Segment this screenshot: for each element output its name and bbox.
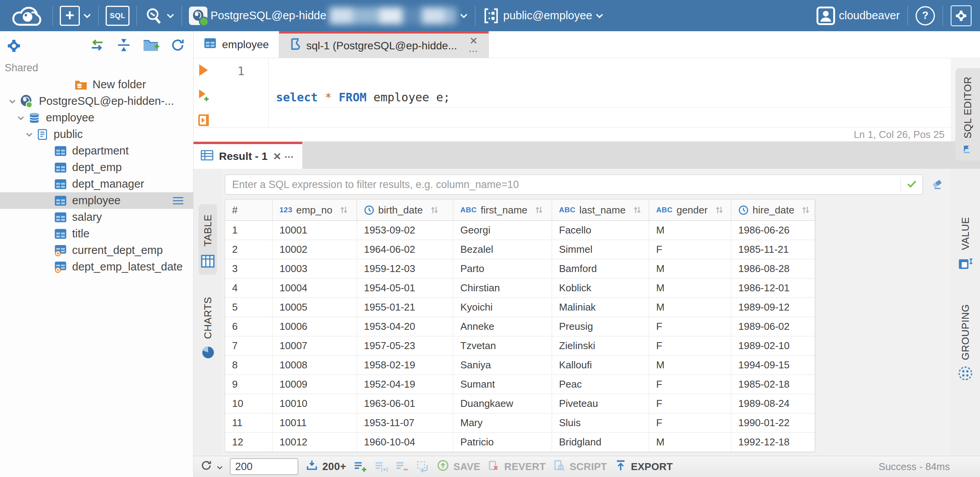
execute-new-tab-icon[interactable]: [198, 88, 209, 104]
column-header-rownum[interactable]: #: [225, 200, 273, 220]
table-cell[interactable]: 1953-09-02: [357, 221, 453, 240]
row-number-cell[interactable]: 9: [225, 375, 273, 394]
table-cell[interactable]: Parto: [453, 259, 552, 278]
tab-value[interactable]: VALUE: [956, 207, 974, 276]
table-cell[interactable]: M: [649, 298, 731, 317]
tree-item[interactable]: title: [0, 225, 193, 242]
table-cell[interactable]: M: [649, 279, 731, 297]
new-folder-icon[interactable]: [142, 38, 159, 54]
tree-item[interactable]: dept_manager: [0, 176, 193, 192]
sort-icon[interactable]: [534, 205, 544, 215]
add-row-button[interactable]: [353, 460, 367, 474]
sort-icon[interactable]: [429, 205, 440, 215]
table-cell[interactable]: 10010: [273, 394, 357, 413]
delete-row-button[interactable]: [395, 460, 409, 474]
table-cell[interactable]: 1985-02-18: [731, 375, 815, 394]
table-cell[interactable]: 1989-02-10: [731, 336, 815, 355]
tab-grouping[interactable]: GROUPING: [956, 296, 975, 387]
tree-item[interactable]: dept_emp: [0, 159, 193, 176]
table-cell[interactable]: 1963-06-01: [357, 394, 453, 413]
table-cell[interactable]: Kyoichi: [453, 298, 552, 317]
user-menu[interactable]: cloudbeaver: [816, 6, 900, 26]
tab-employee[interactable]: employee: [194, 31, 279, 58]
column-header-gender[interactable]: ABCgender: [649, 200, 731, 220]
refresh-results-button[interactable]: [200, 459, 223, 475]
table-cell[interactable]: Patricio: [453, 433, 552, 452]
table-cell[interactable]: Anneke: [453, 317, 552, 336]
schema-selector[interactable]: public@employee: [482, 7, 604, 25]
execute-script-icon[interactable]: [198, 114, 209, 128]
table-cell[interactable]: M: [649, 259, 731, 278]
table-cell[interactable]: 1960-10-04: [357, 433, 453, 452]
tab-table[interactable]: TABLE: [199, 204, 217, 275]
table-cell[interactable]: 10009: [273, 375, 357, 394]
row-number-cell[interactable]: 8: [225, 356, 273, 375]
table-cell[interactable]: Simmel: [552, 240, 649, 259]
table-cell[interactable]: 1994-09-15: [731, 356, 815, 375]
driver-tools-button[interactable]: [144, 6, 175, 25]
export-button[interactable]: EXPORT: [614, 459, 673, 475]
table-cell[interactable]: 1985-11-21: [731, 240, 815, 259]
new-sql-editor-button[interactable]: SQL: [106, 6, 130, 26]
table-cell[interactable]: Koblick: [552, 279, 649, 297]
table-cell[interactable]: Georgi: [453, 221, 552, 240]
table-cell[interactable]: Zielinski: [552, 336, 649, 355]
table-cell[interactable]: Mary: [453, 413, 552, 432]
table-cell[interactable]: 1959-12-03: [357, 259, 453, 278]
table-cell[interactable]: 1989-08-24: [731, 394, 815, 413]
table-cell[interactable]: Bezalel: [453, 240, 552, 259]
table-cell[interactable]: 10001: [273, 221, 357, 240]
table-cell[interactable]: 10005: [273, 298, 357, 317]
column-header-emp_no[interactable]: 123emp_no: [273, 200, 357, 220]
apply-changes-button[interactable]: [416, 460, 429, 474]
chevron-down-icon[interactable]: [25, 130, 34, 139]
tree-item[interactable]: New folder: [0, 76, 193, 93]
table-cell[interactable]: 10004: [273, 279, 357, 297]
table-cell[interactable]: 10011: [273, 413, 357, 432]
row-number-cell[interactable]: 7: [225, 336, 273, 355]
table-cell[interactable]: 1964-06-02: [357, 240, 453, 259]
table-cell[interactable]: M: [649, 221, 731, 240]
column-header-last_name[interactable]: ABClast_name: [552, 200, 649, 220]
table-cell[interactable]: 1958-02-19: [357, 356, 453, 375]
row-number-cell[interactable]: 12: [225, 433, 273, 452]
table-cell[interactable]: 1952-04-19: [357, 375, 453, 394]
table-cell[interactable]: F: [649, 413, 731, 432]
row-number-cell[interactable]: 2: [225, 240, 273, 259]
settings-gear-icon[interactable]: [6, 38, 22, 54]
table-cell[interactable]: F: [649, 317, 731, 336]
save-button[interactable]: SAVE: [436, 459, 480, 475]
column-header-first_name[interactable]: ABCfirst_name: [453, 200, 552, 220]
table-cell[interactable]: 1953-11-07: [357, 413, 453, 432]
table-cell[interactable]: Piveteau: [552, 394, 649, 413]
row-number-cell[interactable]: 3: [225, 259, 273, 278]
tree-item[interactable]: current_dept_emp: [0, 242, 193, 259]
help-button[interactable]: ?: [916, 6, 935, 25]
column-header-hire_date[interactable]: hire_date: [731, 200, 815, 220]
table-cell[interactable]: M: [649, 433, 731, 452]
tab-sql-editor[interactable]: SQL EDITOR: [955, 68, 980, 161]
table-cell[interactable]: Bridgland: [552, 433, 649, 452]
table-cell[interactable]: F: [649, 240, 731, 259]
apply-filter-button[interactable]: [901, 178, 923, 191]
column-header-birth_date[interactable]: birth_date: [357, 200, 453, 220]
refresh-icon[interactable]: [170, 37, 185, 54]
table-cell[interactable]: 10002: [273, 240, 357, 259]
table-cell[interactable]: Duangkaew: [453, 394, 552, 413]
sort-icon[interactable]: [714, 205, 725, 215]
tree-item[interactable]: employee: [0, 192, 193, 209]
table-cell[interactable]: 1954-05-01: [357, 279, 453, 297]
tree-item[interactable]: dept_emp_latest_date: [0, 259, 193, 275]
table-cell[interactable]: F: [649, 336, 731, 355]
table-cell[interactable]: F: [649, 394, 731, 413]
chevron-down-icon[interactable]: [16, 113, 25, 123]
sql-statement[interactable]: select * FROM employee e;: [276, 91, 951, 107]
table-cell[interactable]: 10007: [273, 336, 357, 355]
table-cell[interactable]: 1990-01-22: [731, 413, 815, 432]
table-cell[interactable]: 1989-09-12: [731, 298, 815, 317]
sort-icon[interactable]: [632, 205, 643, 215]
row-number-cell[interactable]: 10: [225, 394, 273, 413]
tree-item[interactable]: salary: [0, 209, 193, 225]
table-cell[interactable]: M: [649, 356, 731, 375]
settings-button[interactable]: [951, 5, 972, 26]
